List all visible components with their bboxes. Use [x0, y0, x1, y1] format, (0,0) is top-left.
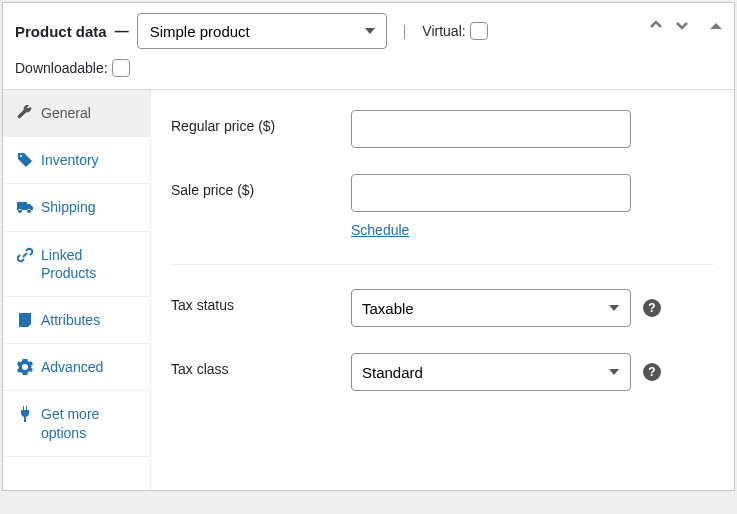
- sale-price-label: Sale price ($): [171, 174, 351, 198]
- gear-icon: [17, 359, 33, 375]
- divider: [171, 264, 714, 265]
- tab-get-more-options[interactable]: Get more options: [3, 391, 150, 456]
- product-data-panel: Product data — Simple product | Virtual:…: [2, 2, 735, 491]
- separator: |: [403, 23, 407, 39]
- wrench-icon: [17, 105, 33, 121]
- sale-price-input[interactable]: [351, 174, 631, 212]
- tab-label: General: [41, 104, 91, 122]
- help-icon[interactable]: ?: [643, 363, 661, 381]
- downloadable-label[interactable]: Downloadable:: [15, 59, 130, 77]
- virtual-label[interactable]: Virtual:: [422, 22, 487, 40]
- field-tax-class: Tax class Standard ?: [171, 353, 714, 391]
- truck-icon: [17, 199, 33, 215]
- tab-general[interactable]: General: [3, 90, 150, 137]
- tab-advanced[interactable]: Advanced: [3, 344, 150, 391]
- product-type-select[interactable]: Simple product: [137, 13, 387, 49]
- title-dash: —: [115, 23, 129, 39]
- schedule-link[interactable]: Schedule: [351, 222, 631, 238]
- tab-attributes[interactable]: Attributes: [3, 297, 150, 344]
- panel-header: Product data — Simple product | Virtual:…: [3, 3, 734, 90]
- downloadable-checkbox[interactable]: [112, 59, 130, 77]
- chevron-down-icon[interactable]: [674, 17, 690, 33]
- panel-title: Product data: [15, 23, 107, 40]
- content-area: Regular price ($) Sale price ($) Schedul…: [151, 90, 734, 490]
- chevron-up-icon[interactable]: [648, 17, 664, 33]
- field-regular-price: Regular price ($): [171, 110, 714, 148]
- tab-label: Shipping: [41, 198, 96, 216]
- panel-controls: [648, 17, 722, 33]
- field-tax-status: Tax status Taxable ?: [171, 289, 714, 327]
- sidebar: General Inventory Shipping Linked Produc…: [3, 90, 151, 490]
- tab-label: Get more options: [41, 405, 140, 441]
- tab-label: Inventory: [41, 151, 99, 169]
- tax-class-select[interactable]: Standard: [351, 353, 631, 391]
- link-icon: [17, 247, 33, 263]
- tab-label: Attributes: [41, 311, 100, 329]
- tax-status-select[interactable]: Taxable: [351, 289, 631, 327]
- virtual-checkbox[interactable]: [470, 22, 488, 40]
- plug-icon: [17, 406, 33, 422]
- tab-shipping[interactable]: Shipping: [3, 184, 150, 231]
- tax-status-label: Tax status: [171, 289, 351, 313]
- tab-label: Linked Products: [41, 246, 140, 282]
- tax-class-label: Tax class: [171, 353, 351, 377]
- note-icon: [17, 312, 33, 328]
- help-icon[interactable]: ?: [643, 299, 661, 317]
- field-sale-price: Sale price ($) Schedule: [171, 174, 714, 238]
- tab-inventory[interactable]: Inventory: [3, 137, 150, 184]
- collapse-icon[interactable]: [710, 19, 722, 31]
- regular-price-input[interactable]: [351, 110, 631, 148]
- tab-linked-products[interactable]: Linked Products: [3, 232, 150, 297]
- tag-icon: [17, 152, 33, 168]
- regular-price-label: Regular price ($): [171, 110, 351, 134]
- tab-label: Advanced: [41, 358, 103, 376]
